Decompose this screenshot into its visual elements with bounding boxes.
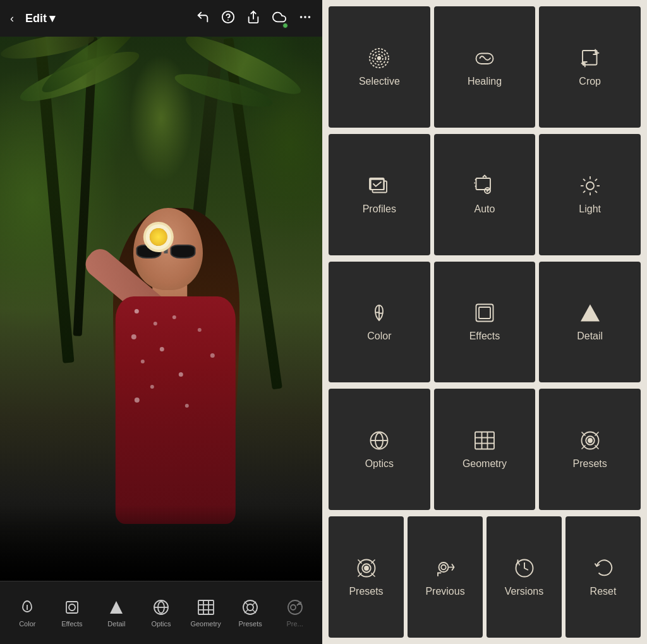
optics-label: Optics [151, 620, 171, 628]
glasses-right [171, 245, 196, 258]
optics-main-label: Optics [365, 458, 394, 470]
bottom-vignette [0, 505, 322, 581]
top-bar-actions [196, 10, 312, 27]
geometry-main-label: Geometry [463, 458, 507, 470]
glasses-bridge [164, 248, 168, 253]
svg-point-21 [291, 605, 296, 610]
previous-small-icon [287, 598, 303, 616]
auto-card[interactable]: Auto [434, 134, 536, 255]
detail-card[interactable]: Detail [539, 262, 641, 383]
effects-main-icon [473, 301, 496, 324]
profiles-icon [368, 174, 390, 197]
color-label: Color [19, 620, 35, 628]
optics-main-icon [368, 429, 390, 452]
bottom-tool-bar: Color Effects Detail [0, 581, 322, 644]
svg-line-41 [583, 190, 585, 192]
crop-label: Crop [579, 76, 601, 87]
svg-line-39 [595, 190, 596, 192]
geometry-card[interactable]: Geometry [434, 389, 536, 510]
healing-label: Healing [468, 76, 502, 87]
hair-flower [150, 228, 167, 246]
bottom-tool-detail[interactable]: Detail [99, 598, 134, 628]
reset-icon [592, 557, 615, 580]
bottom-tool-color[interactable]: Color [10, 598, 45, 628]
crop-card[interactable]: Crop [539, 6, 641, 128]
geometry-main-icon [473, 429, 496, 452]
color-card[interactable]: Color [329, 262, 430, 383]
svg-point-25 [378, 57, 381, 60]
previous-main-label: Previous [425, 586, 464, 597]
dot5 [160, 347, 164, 351]
edit-label-text: Edit [25, 12, 47, 25]
healing-icon [473, 47, 496, 70]
svg-rect-44 [479, 307, 490, 319]
svg-point-59 [365, 566, 368, 570]
tool-row-2: Profiles Auto [329, 134, 641, 255]
bottom-tool-previous[interactable]: Pre... [277, 598, 312, 628]
more-button[interactable] [298, 10, 312, 27]
dot3 [131, 334, 136, 339]
dot1 [135, 309, 139, 313]
person-body-dress [116, 296, 236, 524]
dot4 [172, 315, 176, 319]
svg-point-3 [300, 16, 303, 18]
versions-card[interactable]: Versions [487, 516, 562, 638]
optics-icon [153, 598, 169, 616]
svg-point-60 [438, 562, 448, 572]
svg-rect-27 [583, 51, 597, 65]
svg-rect-49 [475, 432, 494, 449]
presets-label: Presets [238, 620, 262, 628]
reset-label: Reset [590, 586, 617, 597]
effects-main-label: Effects [469, 331, 500, 342]
undo-button[interactable] [196, 10, 210, 27]
back-icon: ‹ [10, 12, 14, 25]
bottom-tool-effects[interactable]: Effects [54, 598, 89, 628]
profiles-card[interactable]: Profiles [329, 134, 430, 255]
undo-icon [196, 10, 210, 24]
svg-point-8 [69, 604, 75, 611]
tool-row-4: Optics Geometry [329, 389, 641, 510]
tool-row-3: Color Effects Detail [329, 262, 641, 383]
help-button[interactable] [221, 10, 235, 27]
svg-point-4 [304, 16, 306, 18]
geometry-label: Geometry [190, 620, 221, 628]
presets2-icon [355, 557, 378, 580]
dot11 [210, 353, 215, 358]
bottom-tool-presets[interactable]: Presets [233, 598, 268, 628]
photo-area [0, 37, 322, 581]
optics-card[interactable]: Optics [329, 389, 430, 510]
dropdown-arrow-icon: ▾ [49, 11, 55, 25]
edit-dropdown[interactable]: Edit ▾ [25, 11, 55, 25]
portrait-container [0, 37, 322, 581]
effects-card[interactable]: Effects [434, 262, 536, 383]
tool-row-5: Presets Previous [329, 516, 641, 638]
dot7 [179, 372, 183, 377]
cloud-sync-dot [282, 23, 288, 28]
auto-icon [473, 174, 496, 197]
versions-label: Versions [505, 586, 543, 597]
bottom-tool-geometry[interactable]: Geometry [188, 598, 223, 628]
photo-background [0, 37, 322, 581]
previous-card[interactable]: Previous [408, 516, 483, 638]
healing-card[interactable]: Healing [434, 6, 536, 128]
dot10 [198, 328, 202, 332]
cloud-sync-button[interactable] [272, 10, 287, 27]
effects-label: Effects [61, 620, 82, 628]
presets2-card[interactable]: Presets [329, 516, 404, 638]
cloud-icon [272, 10, 287, 24]
svg-line-38 [583, 179, 585, 181]
presets2-label: Presets [349, 586, 383, 597]
light-card[interactable]: Light [539, 134, 641, 255]
share-button[interactable] [246, 10, 260, 27]
effects-icon [64, 598, 80, 616]
selective-card[interactable]: Selective [329, 6, 430, 128]
reset-card[interactable]: Reset [565, 516, 641, 638]
geometry-icon [198, 598, 214, 616]
color-icon [20, 598, 35, 616]
back-button[interactable]: ‹ [10, 12, 14, 25]
previous-main-icon [434, 557, 457, 580]
color-main-label: Color [367, 331, 391, 342]
presets-main-card[interactable]: Presets [539, 389, 641, 510]
presets-main-label: Presets [573, 458, 607, 470]
bottom-tool-optics[interactable]: Optics [143, 598, 178, 628]
